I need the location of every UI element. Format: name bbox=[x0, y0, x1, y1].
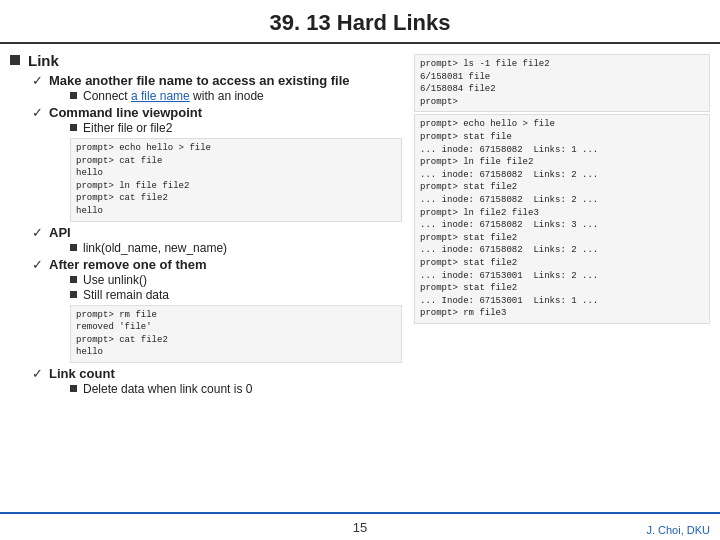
level3-item-either: Either file or file2 bbox=[70, 121, 402, 135]
title-bar: 39. 13 Hard Links bbox=[0, 0, 720, 44]
level2-item-remove: ✓ After remove one of them bbox=[32, 257, 402, 272]
page-number: 15 bbox=[353, 520, 367, 535]
level2-label-api: API bbox=[49, 225, 71, 240]
level3-label-either: Either file or file2 bbox=[83, 121, 172, 135]
level2-remove: ✓ After remove one of them Use unlink() … bbox=[32, 257, 402, 363]
level3-item-link: link(old_name, new_name) bbox=[70, 241, 402, 255]
level3-unlink: Use unlink() Still remain data bbox=[70, 273, 402, 302]
level3-label-unlink: Use unlink() bbox=[83, 273, 147, 287]
check-bullet-linkcount: ✓ bbox=[32, 366, 43, 381]
level3-label-connect: Connect a file name with an inode bbox=[83, 89, 264, 103]
check-bullet-cmdline: ✓ bbox=[32, 105, 43, 120]
small-square-icon4 bbox=[70, 276, 77, 283]
level3-label-link: link(old_name, new_name) bbox=[83, 241, 227, 255]
square-bullet-icon bbox=[10, 55, 20, 65]
level2-item-linkcount: ✓ Link count bbox=[32, 366, 402, 381]
level2-label-cmdline: Command line viewpoint bbox=[49, 105, 202, 120]
level2-label-remove: After remove one of them bbox=[49, 257, 206, 272]
level3-delete: Delete data when link count is 0 bbox=[70, 382, 402, 396]
level3-label-delete: Delete data when link count is 0 bbox=[83, 382, 252, 396]
level2-item-cmdline: ✓ Command line viewpoint bbox=[32, 105, 402, 120]
small-square-icon3 bbox=[70, 244, 77, 251]
content-area: Link ✓ Make another file name to access … bbox=[0, 52, 720, 512]
level2-label-linkcount: Link count bbox=[49, 366, 115, 381]
level2-cmdline: ✓ Command line viewpoint Either file or … bbox=[32, 105, 402, 222]
small-square-icon6 bbox=[70, 385, 77, 392]
check-bullet-remove: ✓ bbox=[32, 257, 43, 272]
level3-item-delete: Delete data when link count is 0 bbox=[70, 382, 402, 396]
small-square-icon2 bbox=[70, 124, 77, 131]
level3-item-remain: Still remain data bbox=[70, 288, 402, 302]
code-block-rm: prompt> rm file removed 'file' prompt> c… bbox=[70, 305, 402, 363]
level2-linkcount: ✓ Link count Delete data when link count… bbox=[32, 366, 402, 396]
level2-label-make: Make another file name to access an exis… bbox=[49, 73, 350, 88]
footer-credit: J. Choi, DKU bbox=[646, 524, 710, 536]
small-square-icon bbox=[70, 92, 77, 99]
right-code-stat: prompt> echo hello > file prompt> stat f… bbox=[414, 114, 710, 324]
right-code-ls: prompt> ls -1 file file2 6/158081 file 6… bbox=[414, 54, 710, 112]
code-block-echo: prompt> echo hello > file prompt> cat fi… bbox=[70, 138, 402, 222]
small-square-icon5 bbox=[70, 291, 77, 298]
level2-api: ✓ API link(old_name, new_name) bbox=[32, 225, 402, 255]
level2-item-make: ✓ Make another file name to access an ex… bbox=[32, 73, 402, 88]
check-bullet-make: ✓ bbox=[32, 73, 43, 88]
left-column: Link ✓ Make another file name to access … bbox=[10, 52, 410, 512]
level3-label-remain: Still remain data bbox=[83, 288, 169, 302]
right-column: prompt> ls -1 file file2 6/158081 file 6… bbox=[410, 52, 710, 512]
slide: 39. 13 Hard Links Link ✓ Make another fi… bbox=[0, 0, 720, 540]
level3-connect: Connect a file name with an inode bbox=[70, 89, 402, 103]
level3-item-unlink: Use unlink() bbox=[70, 273, 402, 287]
slide-title: 39. 13 Hard Links bbox=[270, 10, 451, 35]
main-bullet-link: Link bbox=[10, 52, 402, 69]
footer: 15 J. Choi, DKU bbox=[0, 512, 720, 540]
level3-either: Either file or file2 bbox=[70, 121, 402, 135]
main-label-link: Link bbox=[28, 52, 59, 69]
level3-item-connect: Connect a file name with an inode bbox=[70, 89, 402, 103]
link-text-connect: a file name bbox=[131, 89, 190, 103]
level2-item-api: ✓ API bbox=[32, 225, 402, 240]
level2-make: ✓ Make another file name to access an ex… bbox=[32, 73, 402, 103]
level3-link: link(old_name, new_name) bbox=[70, 241, 402, 255]
check-bullet-api: ✓ bbox=[32, 225, 43, 240]
